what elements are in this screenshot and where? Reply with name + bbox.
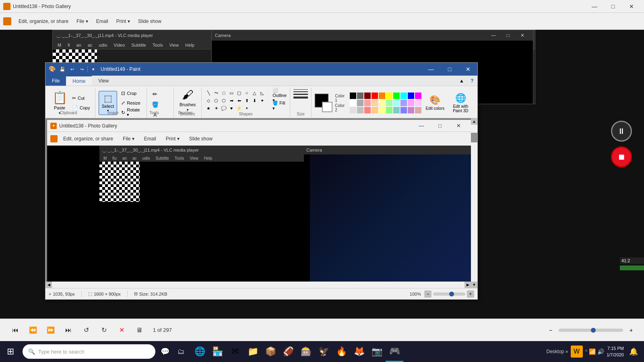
palette-lcyan[interactable] — [393, 100, 400, 106]
shape-arrow-left[interactable]: ⬅ — [235, 97, 243, 104]
taskbar-clock[interactable]: 7:15 PM 1/7/2020 — [607, 345, 624, 358]
pg-inner-menu-file[interactable]: File ▾ — [119, 134, 138, 143]
palette-white[interactable] — [350, 100, 356, 106]
pg-nav-last[interactable]: ⏭ — [61, 323, 76, 337]
paint-help-btn[interactable]: ? — [467, 76, 477, 86]
zoom-slider[interactable] — [433, 292, 465, 296]
pg-nav-prev[interactable]: ⏪ — [26, 323, 40, 337]
palette-blue[interactable] — [408, 93, 414, 99]
palette-lyellow[interactable] — [379, 100, 385, 106]
palette-silver[interactable] — [357, 107, 363, 113]
taskbar-app-special[interactable]: W — [571, 346, 583, 358]
pg-zoom-out[interactable]: − — [546, 325, 555, 335]
palette-mteal[interactable] — [393, 107, 400, 113]
pg-monitor-btn[interactable]: 🖥 — [132, 323, 147, 337]
taskview-btn[interactable]: 🗂 — [173, 341, 189, 362]
paint-close-btn[interactable]: ✕ — [459, 63, 477, 76]
paint-vscroll-thumb[interactable] — [471, 133, 477, 142]
vlc-menu-audio[interactable]: udio — [96, 42, 111, 48]
main-menu-print[interactable]: Print ▾ — [112, 17, 134, 26]
palette-orange[interactable] — [379, 93, 385, 99]
shape-ellipse[interactable]: ○ — [243, 89, 250, 97]
start-button[interactable]: ⊞ — [0, 341, 21, 362]
shape-heart[interactable]: ♥ — [228, 105, 235, 112]
qat-undo-btn[interactable]: ↩ — [68, 65, 76, 73]
vlc-menu-subtitle[interactable]: Subtitle — [128, 42, 149, 48]
shape-right-triangle[interactable]: ◺ — [258, 89, 266, 97]
brushes-btn[interactable]: 🖌 Brushes ▾ — [177, 88, 198, 112]
shape-curve[interactable]: 〜 — [213, 89, 220, 97]
pg-nav-next[interactable]: ⏩ — [43, 323, 58, 337]
paint-hscroll-left[interactable]: ◀ — [45, 282, 52, 288]
main-menu-email[interactable]: Email — [92, 17, 112, 26]
vlc-inner-menu-an[interactable]: an — [120, 156, 129, 160]
palette-llpurple[interactable] — [415, 100, 421, 106]
shape-rounded-rect[interactable]: ▢ — [235, 89, 243, 97]
pg-inner-close-btn[interactable]: ✕ — [449, 120, 468, 132]
pg-rotate-ccw[interactable]: ↺ — [79, 323, 93, 337]
main-minimize-btn[interactable]: — — [585, 0, 604, 13]
fill-tool[interactable]: 🪣 — [150, 100, 160, 109]
pg-delete-btn[interactable]: ✕ — [114, 323, 129, 337]
taskbar-app-skype[interactable]: 🔥 — [332, 341, 350, 362]
color2-swatch[interactable] — [322, 102, 332, 112]
shape-lightning[interactable]: ⚡ — [235, 105, 243, 112]
record-btn[interactable]: ⏹ — [611, 146, 632, 167]
palette-dgray[interactable] — [357, 93, 363, 99]
taskbar-app-files[interactable]: 📁 — [244, 341, 262, 362]
vlc-menu-m[interactable]: M — [54, 42, 64, 48]
taskbar-app-photos[interactable]: 📷 — [368, 341, 386, 362]
palette-mpurple[interactable] — [408, 107, 414, 113]
main-maximize-btn[interactable]: □ — [604, 0, 622, 13]
cortana-btn[interactable]: 💬 — [157, 341, 173, 362]
shape-star5[interactable]: ★ — [205, 105, 212, 112]
size-line-4[interactable] — [293, 97, 308, 99]
taskbar-app-mail[interactable]: ✉ — [226, 341, 244, 362]
palette-lpurple[interactable] — [408, 100, 414, 106]
palette-dred[interactable] — [364, 93, 371, 99]
shape-rect2[interactable]: ▭ — [228, 89, 235, 97]
size-line-3[interactable] — [293, 94, 308, 95]
shape-diamond[interactable]: ◇ — [205, 97, 212, 104]
qat-redo-btn[interactable]: ↪ — [78, 65, 86, 73]
zoom-in-btn[interactable]: + — [467, 290, 474, 298]
paint-minimize-btn[interactable]: — — [422, 63, 440, 76]
palette-vllgray[interactable] — [350, 107, 356, 113]
crop-btn[interactable]: ⊡ Crop — [120, 89, 143, 98]
shape-callout[interactable]: 💬 — [220, 105, 227, 112]
vlc-menu-fi[interactable]: fi — [64, 42, 73, 48]
taskbar-app-firefox[interactable]: 🦊 — [350, 341, 368, 362]
palette-lpeach[interactable] — [372, 100, 378, 106]
tab-file[interactable]: File — [45, 76, 66, 86]
ribbon-collapse-btn[interactable]: ▲ — [456, 76, 467, 86]
vlc-inner-menu-sub[interactable]: Subtitle — [153, 156, 171, 160]
main-menu-edit[interactable]: Edit, organize, or share — [14, 17, 72, 26]
main-menu-file[interactable]: File ▾ — [72, 17, 92, 26]
shape-triangle[interactable]: △ — [251, 89, 258, 97]
edit-colors-btn[interactable]: 🎨 Edit colors — [424, 90, 446, 115]
pg-inner-menu-slideshow[interactable]: Slide show — [185, 134, 217, 143]
size-line-1[interactable] — [293, 89, 308, 90]
palette-green[interactable] — [393, 93, 400, 99]
palette-black[interactable] — [350, 93, 356, 99]
shape-line[interactable]: ╲ — [205, 89, 212, 97]
main-close-btn[interactable]: ✕ — [622, 0, 641, 13]
zoom-out-btn[interactable]: − — [424, 290, 431, 298]
shape-rect[interactable]: □ — [220, 89, 227, 97]
paint-vscrollbar[interactable]: ▲ ▼ — [471, 118, 477, 288]
paint-hscrollbar[interactable]: ◀ ▶ — [45, 282, 471, 288]
network-icon[interactable]: 📶 — [589, 348, 596, 355]
taskbar-app-game1[interactable]: 🎰 — [297, 341, 315, 362]
palette-mblue[interactable] — [400, 107, 407, 113]
palette-mgreen[interactable] — [386, 107, 392, 113]
shape-hex[interactable]: ⬡ — [220, 97, 227, 104]
palette-morange[interactable] — [372, 107, 378, 113]
paint-hscroll-right[interactable]: ▶ — [464, 282, 471, 288]
pg-inner-menu-edit[interactable]: Edit, organize, or share — [59, 134, 117, 143]
paint-vscroll-up[interactable]: ▲ — [471, 118, 477, 125]
pg-inner-max-btn[interactable]: □ — [431, 120, 449, 132]
tray-expand-btn[interactable]: ^ — [585, 349, 588, 354]
qat-save-btn[interactable]: 💾 — [58, 65, 66, 73]
palette-yellow[interactable] — [386, 93, 392, 99]
vlc-menu-help[interactable]: Help — [182, 42, 198, 48]
